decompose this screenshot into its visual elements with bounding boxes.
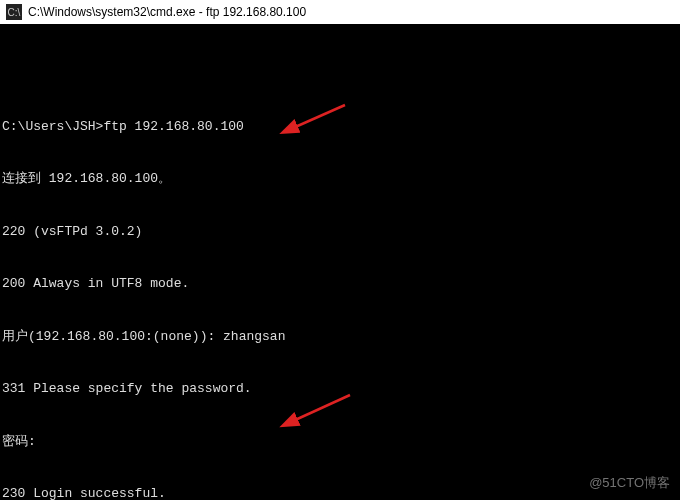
window-title: C:\Windows\system32\cmd.exe - ftp 192.16… bbox=[28, 5, 306, 19]
output-line: 230 Login successful. bbox=[2, 485, 680, 500]
output-line: 220 (vsFTPd 3.0.2) bbox=[2, 223, 680, 241]
blank-line bbox=[2, 65, 680, 83]
user-input-line: 用户(192.168.80.100:(none)): zhangsan bbox=[2, 328, 680, 346]
output-line: 连接到 192.168.80.100。 bbox=[2, 170, 680, 188]
cmd-icon: C:\ bbox=[6, 4, 22, 20]
output-line: 200 Always in UTF8 mode. bbox=[2, 275, 680, 293]
terminal-output[interactable]: C:\Users\JSH>ftp 192.168.80.100 连接到 192.… bbox=[0, 24, 680, 500]
output-line: 331 Please specify the password. bbox=[2, 380, 680, 398]
watermark: @51CTO博客 bbox=[589, 474, 670, 492]
cmd-prompt-line: C:\Users\JSH>ftp 192.168.80.100 bbox=[2, 118, 680, 136]
window-titlebar: C:\ C:\Windows\system32\cmd.exe - ftp 19… bbox=[0, 0, 680, 24]
password-line: 密码: bbox=[2, 433, 680, 451]
